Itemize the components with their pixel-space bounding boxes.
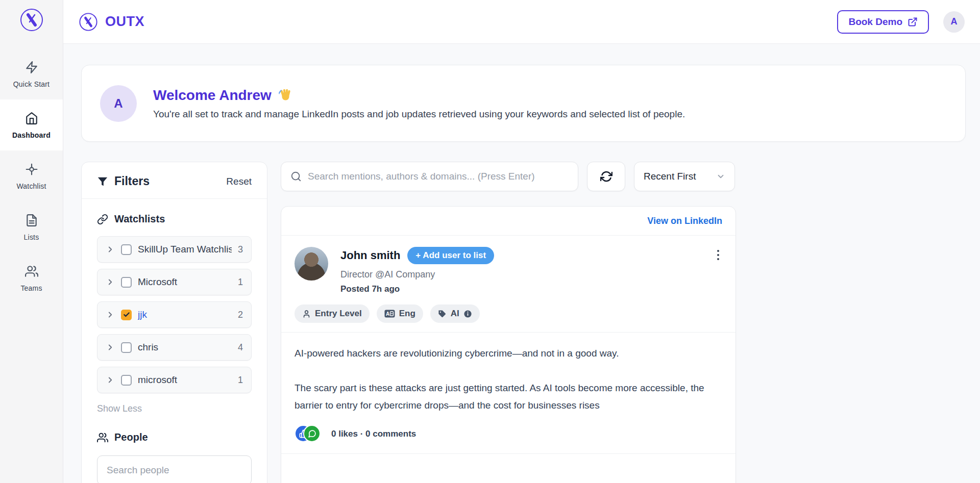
watchlist-count: 1 <box>238 375 243 386</box>
watchlist-list: SkillUp Team Watchlist 3 Microsoft 1 <box>97 236 252 393</box>
engagement-row: 0 likes · 0 comments <box>281 414 736 454</box>
comment-icon <box>303 425 321 442</box>
sidebar: Quick Start Dashboard Watchlist Lists Te… <box>0 0 63 483</box>
sidebar-item-label: Dashboard <box>12 131 51 139</box>
watchlist-row[interactable]: chris 4 <box>97 334 252 361</box>
welcome-subtitle: You're all set to track and manage Linke… <box>153 109 685 120</box>
chevron-right-icon[interactable] <box>106 343 115 352</box>
top-header: OUTX Book Demo A <box>63 0 980 44</box>
mentions-search-input[interactable] <box>308 171 569 182</box>
sidebar-item-watchlist[interactable]: Watchlist <box>0 150 63 201</box>
linkedin-post-card: View on LinkedIn John smith + Add user t… <box>281 206 736 483</box>
people-heading: People <box>114 431 148 443</box>
sort-selected-value: Recent First <box>644 171 696 182</box>
watchlist-count: 1 <box>238 277 243 288</box>
file-text-icon <box>25 214 38 227</box>
home-icon <box>25 112 38 125</box>
watchlist-checkbox[interactable] <box>121 277 132 288</box>
refresh-icon <box>600 170 612 183</box>
engagement-stats: 0 likes · 0 comments <box>331 429 416 439</box>
language-icon: A <box>384 310 395 318</box>
badge-row: Entry Level A Eng <box>281 304 736 333</box>
people-icon <box>97 432 108 443</box>
brand[interactable]: OUTX <box>79 12 144 32</box>
sidebar-item-label: Watchlist <box>16 182 46 190</box>
author-photo <box>295 247 328 281</box>
person-icon <box>302 310 311 318</box>
funnel-icon <box>97 176 108 187</box>
author-role: Director @AI Company <box>340 269 714 280</box>
watchlist-row[interactable]: Microsoft 1 <box>97 269 252 295</box>
post-paragraph: The scary part is these attacks are just… <box>295 379 722 414</box>
post-menu-kebab-icon[interactable] <box>714 247 722 263</box>
filters-panel: Filters Reset Watchlists <box>81 162 267 483</box>
sidebar-item-label: Lists <box>24 233 39 241</box>
watchlist-checkbox[interactable] <box>121 342 132 353</box>
chevron-right-icon[interactable] <box>106 310 115 319</box>
watchlist-checkbox[interactable] <box>121 244 132 255</box>
external-link-icon <box>908 17 918 27</box>
reset-filters-button[interactable]: Reset <box>226 176 252 187</box>
sidebar-nav: Quick Start Dashboard Watchlist Lists Te… <box>0 48 63 303</box>
filters-title: Filters <box>114 174 150 188</box>
watchlist-name: microsoft <box>138 374 232 386</box>
watchlist-row[interactable]: microsoft 1 <box>97 367 252 393</box>
sidebar-item-label: Teams <box>20 284 42 292</box>
chevron-down-icon <box>716 172 725 181</box>
welcome-avatar: A <box>100 85 137 122</box>
search-icon <box>290 171 302 182</box>
watchlist-row[interactable]: jjk 2 <box>97 301 252 328</box>
post-text: AI-powered hackers are revolutionizing c… <box>281 333 736 414</box>
info-icon[interactable] <box>463 310 472 318</box>
link-icon <box>97 214 108 225</box>
sidebar-item-lists[interactable]: Lists <box>0 201 63 252</box>
sidebar-item-quick-start[interactable]: Quick Start <box>0 48 63 99</box>
wave-emoji-icon <box>278 88 293 103</box>
people-search-input[interactable] <box>97 455 252 483</box>
book-demo-button[interactable]: Book Demo <box>837 10 929 34</box>
post-paragraph: AI-powered hackers are revolutionizing c… <box>295 345 722 362</box>
watchlist-count: 4 <box>238 342 243 353</box>
sidebar-item-dashboard[interactable]: Dashboard <box>0 99 63 150</box>
outx-logo-icon <box>79 12 98 32</box>
sidebar-item-teams[interactable]: Teams <box>0 252 63 303</box>
watchlist-name: chris <box>138 342 232 353</box>
chevron-right-icon[interactable] <box>106 277 115 287</box>
chevron-right-icon[interactable] <box>106 375 115 385</box>
user-avatar[interactable]: A <box>943 11 965 33</box>
badge-entry-level: Entry Level <box>295 304 370 323</box>
crosshair-icon <box>25 163 38 176</box>
watchlist-count: 2 <box>238 310 243 320</box>
chevron-right-icon[interactable] <box>106 245 115 254</box>
watchlist-checkbox-checked[interactable] <box>121 310 132 320</box>
mentions-search[interactable] <box>281 162 578 191</box>
book-demo-label: Book Demo <box>848 16 902 28</box>
welcome-title: Welcome Andrew <box>153 87 272 104</box>
show-less-button[interactable]: Show Less <box>97 403 142 414</box>
author-name: John smith <box>340 249 400 262</box>
watchlist-count: 3 <box>238 244 243 255</box>
add-user-to-list-button[interactable]: + Add user to list <box>407 247 494 264</box>
brand-name: OUTX <box>105 14 144 30</box>
sidebar-item-label: Quick Start <box>13 80 50 88</box>
refresh-button[interactable] <box>587 162 625 191</box>
watchlist-name: jjk <box>138 309 232 320</box>
watchlist-row[interactable]: SkillUp Team Watchlist 3 <box>97 236 252 263</box>
watchlists-heading: Watchlists <box>114 213 165 225</box>
outx-logo-icon[interactable] <box>19 8 44 32</box>
badge-topic-ai[interactable]: AI <box>430 304 480 323</box>
bolt-icon <box>25 61 38 74</box>
badge-label: Eng <box>399 309 415 319</box>
main-content: A Welcome Andrew <box>63 44 980 483</box>
feed-toolbar: Recent First <box>281 162 736 191</box>
watchlist-name: SkillUp Team Watchlist <box>138 244 232 255</box>
badge-label: AI <box>451 309 459 319</box>
reaction-icons <box>295 425 322 443</box>
feed-column: Recent First View on LinkedIn <box>281 162 736 483</box>
badge-label: Entry Level <box>315 309 362 319</box>
view-on-linkedin-link[interactable]: View on LinkedIn <box>647 216 722 226</box>
sort-dropdown[interactable]: Recent First <box>634 162 735 191</box>
watchlist-name: Microsoft <box>138 276 232 288</box>
watchlist-checkbox[interactable] <box>121 375 132 386</box>
badge-language: A Eng <box>377 304 423 323</box>
